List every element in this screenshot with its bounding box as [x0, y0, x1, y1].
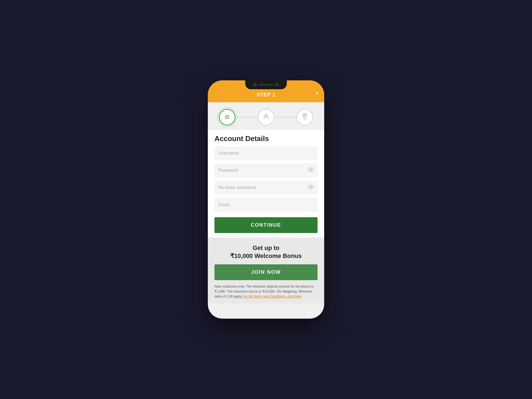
phone-notch [245, 80, 287, 89]
svg-point-2 [310, 169, 312, 170]
username-group [214, 146, 318, 160]
reenter-password-eye-icon[interactable] [308, 184, 314, 191]
bonus-get-up-to: Get up to [253, 244, 280, 251]
password-group [214, 163, 318, 177]
join-now-button[interactable]: JOIN NOW [214, 264, 318, 280]
phone-screen: STEP 1 × ⚙ [208, 80, 324, 319]
close-button[interactable]: × [315, 89, 319, 97]
section-title: Account Details [208, 130, 324, 146]
terms-link[interactable]: For full Terms and Conditions, click her… [242, 295, 301, 298]
svg-point-3 [310, 186, 312, 188]
password-input[interactable] [214, 163, 318, 177]
step-1-circle: ⚙ [219, 109, 236, 126]
reenter-password-input[interactable] [214, 181, 318, 195]
phone-device: STEP 1 × ⚙ [208, 80, 324, 319]
reenter-password-group [214, 181, 318, 195]
continue-button[interactable]: CONTINUE [214, 217, 318, 233]
step-indicator: ⚙ [208, 102, 324, 130]
speaker [259, 84, 273, 86]
location-icon [301, 113, 308, 121]
svg-point-1 [304, 115, 306, 116]
front-camera [254, 83, 257, 86]
terms-text: New customers only. The minimum deposit … [214, 284, 318, 299]
email-group [214, 198, 318, 212]
bonus-title: Get up to ₹10,000 Welcome Bonus [214, 244, 318, 260]
sensor [275, 83, 278, 86]
step-line-1 [237, 117, 257, 117]
step-3-circle [296, 109, 313, 126]
password-eye-icon[interactable] [308, 167, 314, 174]
step-line-2 [275, 117, 295, 117]
gear-icon: ⚙ [224, 114, 230, 121]
form-area: CONTINUE [208, 146, 324, 237]
email-input[interactable] [214, 198, 318, 212]
bonus-section: Get up to ₹10,000 Welcome Bonus JOIN NOW… [208, 237, 324, 303]
step-2-circle [258, 109, 274, 126]
username-input[interactable] [214, 146, 318, 160]
svg-point-0 [265, 114, 267, 116]
person-icon [263, 113, 269, 121]
bonus-amount: ₹10,000 Welcome Bonus [230, 252, 302, 259]
step-label: STEP 1 [257, 92, 275, 98]
